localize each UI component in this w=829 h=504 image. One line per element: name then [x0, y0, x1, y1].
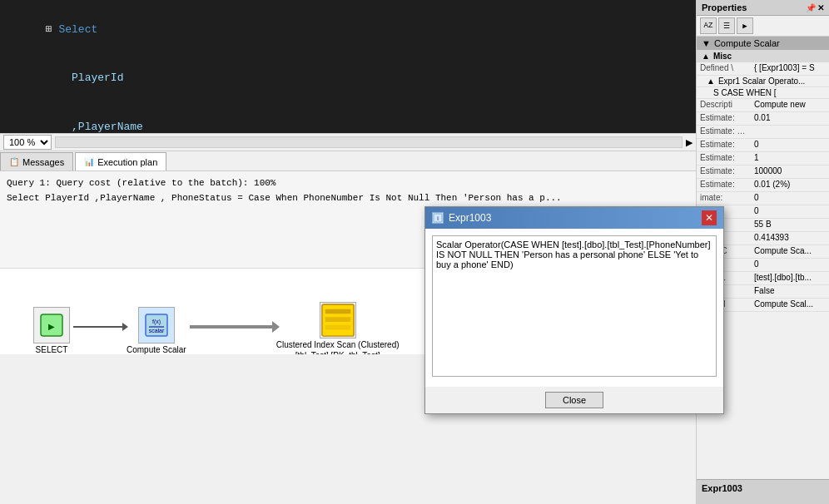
- prop-arallel-value: False: [751, 285, 829, 298]
- prop-estimate4-name: Estimate:: [697, 166, 751, 178]
- tab-execution-plan[interactable]: 📊 Execution plan: [75, 152, 166, 170]
- modal-dialog-icon: i: [432, 212, 444, 224]
- tab-messages-label: Messages: [22, 157, 64, 167]
- sql-editor[interactable]: ⊞ Select PlayerId ,PlayerName , PhoneSta…: [0, 0, 696, 133]
- misc-expand-icon: ▲: [702, 52, 710, 61]
- tabs-bar: 📋 Messages 📊 Execution plan: [0, 151, 696, 171]
- select-node-label: SELECT: [36, 345, 68, 354]
- sql-indent: [46, 72, 72, 84]
- sql-keyword-select: Select: [58, 23, 97, 36]
- prop-expr1: ▲ Expr1 Scalar Operato...: [697, 76, 829, 87]
- prop-estimate5: Estimate: 0.01 (2%): [697, 179, 829, 192]
- sql-line-1: ⊞ Select: [7, 5, 689, 54]
- prop-igical-value: Compute Sca...: [751, 245, 829, 258]
- prop-expr1-label: Expr1 Scalar Operato...: [718, 77, 806, 86]
- select-node-icon: ▶: [33, 307, 70, 343]
- prop-estimate2: Estimate: 0: [697, 139, 829, 152]
- misc-section-header: ▲ Misc: [697, 50, 829, 62]
- prop-estimate3-name: Estimate:: [697, 152, 751, 165]
- modal-title-left: i Expr1003: [432, 212, 491, 224]
- prop-estimate-row-value: [751, 126, 829, 138]
- sort-cat-btn[interactable]: ☰: [718, 17, 735, 34]
- sql-text: ⊞: [46, 23, 59, 36]
- props-btn[interactable]: ▶: [737, 17, 753, 34]
- properties-bottom: Expr1003: [697, 479, 829, 504]
- prop-estimate1: Estimate: 0.01: [697, 112, 829, 126]
- prop-estimate1-name: Estimate:: [697, 112, 751, 125]
- properties-header: Properties 📌 ✕: [697, 0, 829, 16]
- arrow-line-1: [73, 326, 123, 328]
- svg-rect-7: [325, 309, 350, 314]
- svg-text:f(x): f(x): [152, 319, 161, 325]
- plan-node-clustered[interactable]: Clustered Index Scan (Clustered) [tbl_Te…: [276, 302, 400, 355]
- compute-scalar-label: Compute Scalar: [714, 38, 780, 48]
- modal-body: Scalar Operator(CASE WHEN [test].[dbo].[…: [425, 229, 723, 387]
- misc-label: Misc: [713, 52, 732, 61]
- prop-descripti-name: Descripti: [697, 99, 751, 111]
- plan-node-select[interactable]: ▶ SELECT Cost: 0 %: [33, 307, 70, 354]
- properties-title: Properties: [702, 2, 747, 12]
- sql-line-2: PlayerId: [7, 54, 689, 103]
- prop-defined-value: { [Expr1003] = S: [751, 62, 829, 75]
- compute-scalar-header: ▼ Compute Scalar: [697, 37, 829, 50]
- compute-node-label: Compute Scalar: [127, 345, 186, 354]
- modal-title-text: Expr1003: [449, 212, 491, 224]
- modal-close-x-button[interactable]: ✕: [702, 210, 717, 225]
- prop-descripti-value: Compute new: [751, 99, 829, 111]
- prop-estimate5-value: 0.01 (2%): [751, 179, 829, 191]
- zoom-select[interactable]: 100 %: [3, 135, 52, 150]
- prop-defined: Defined \ { [Expr1003] = S: [697, 62, 829, 76]
- prop-hysical-value: Compute Scal...: [751, 299, 829, 311]
- prop-estimate3: Estimate: 1: [697, 152, 829, 166]
- prop-utput-value: [test].[dbo].[tb...: [751, 272, 829, 284]
- execution-plan-icon: 📊: [84, 157, 94, 166]
- prop-defined-name: Defined \: [697, 62, 751, 75]
- svg-rect-9: [325, 324, 350, 329]
- prop-imate3-value: 55 B: [751, 219, 829, 231]
- prop-estimate4-value: 100000: [751, 166, 829, 178]
- sql-line-3: ,PlayerName: [7, 102, 689, 133]
- prop-estimate1-value: 0.01: [751, 112, 829, 125]
- modal-titlebar: i Expr1003 ✕: [425, 207, 723, 229]
- clustered-node-label: Clustered Index Scan (Clustered): [276, 340, 400, 349]
- pin-icon[interactable]: 📌: [806, 3, 816, 12]
- close-properties-icon[interactable]: ✕: [817, 3, 824, 12]
- expr1003-label: Expr1003: [702, 483, 742, 493]
- prop-scase: S CASE WHEN [: [697, 87, 829, 99]
- svg-text:▶: ▶: [48, 322, 55, 331]
- messages-icon: 📋: [9, 157, 19, 166]
- prop-estimate4: Estimate: 100000: [697, 166, 829, 179]
- arrow-1: [73, 326, 123, 328]
- prop-estimate3-value: 1: [751, 152, 829, 165]
- expand-icon: ▲: [707, 77, 715, 86]
- tab-messages[interactable]: 📋 Messages: [0, 152, 73, 170]
- modal-close-button[interactable]: Close: [545, 392, 603, 408]
- tab-execution-plan-label: Execution plan: [97, 157, 157, 167]
- prop-descripti: Descripti Compute new: [697, 99, 829, 112]
- prop-imate1-value: 0: [751, 192, 829, 205]
- scroll-right-btn[interactable]: ▶: [686, 137, 692, 148]
- sort-alpha-btn[interactable]: AZ: [700, 17, 717, 34]
- svg-rect-8: [325, 317, 350, 322]
- prop-estimate2-name: Estimate:: [697, 139, 751, 151]
- big-arrow-line: [190, 325, 273, 329]
- sql-col-playername: ,PlayerName: [72, 121, 143, 133]
- modal-content-textarea[interactable]: Scalar Operator(CASE WHEN [test].[dbo].[…: [432, 235, 717, 377]
- horizontal-scrollbar[interactable]: [55, 136, 683, 148]
- prop-imate1-name: imate:: [697, 192, 751, 205]
- modal-dialog[interactable]: i Expr1003 ✕ Scalar Operator(CASE WHEN […: [424, 206, 724, 414]
- prop-imate2-value: 0: [751, 205, 829, 218]
- prop-imate4-value: 0.414393: [751, 232, 829, 245]
- plan-node-compute[interactable]: f(x) scalar Compute Scalar Cost: 2 %: [127, 307, 186, 354]
- properties-toolbar: AZ ☰ ▶: [697, 16, 829, 37]
- query-select-text: Select PlayerId ,PlayerName , PhoneStatu…: [7, 191, 689, 206]
- arrow-2: [190, 325, 273, 329]
- prop-estimate-row-name: Estimate: Row: [697, 126, 751, 138]
- dropdown-arrow-icon: ▼: [702, 38, 711, 48]
- zoom-bar: 100 % ▶: [0, 133, 696, 151]
- modal-footer: Close: [425, 387, 723, 413]
- prop-scase-label: S CASE WHEN [: [713, 88, 777, 97]
- prop-estimate5-name: Estimate:: [697, 179, 751, 191]
- prop-estimate2-value: 0: [751, 139, 829, 151]
- prop-ode-value: 0: [751, 259, 829, 271]
